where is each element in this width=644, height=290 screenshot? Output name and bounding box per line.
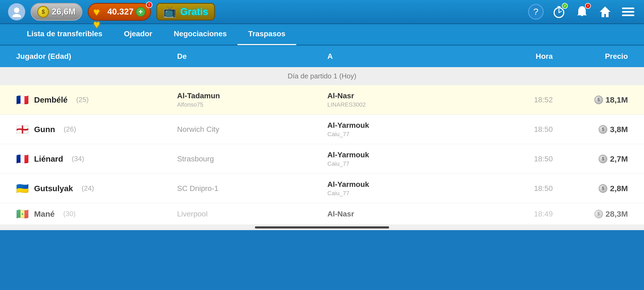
day-separator: Día de partido 1 (Hoy) xyxy=(0,67,644,85)
to-manager: Caiu_77 xyxy=(327,131,478,138)
col-header-from: De xyxy=(177,52,327,61)
column-headers: Jugador (Edad) De A Hora Precio xyxy=(0,46,644,67)
player-cell: 🇫🇷 Dembélé (25) xyxy=(16,94,177,106)
to-cell: Al-Nasr LINARES3002 xyxy=(327,92,478,108)
bell-button[interactable]: ! xyxy=(574,4,590,20)
svg-marker-6 xyxy=(600,6,610,17)
table-row: 🇸🇳 Mané (30) Liverpool Al-Nasr 18:49 $ 2… xyxy=(0,203,644,225)
col-header-time: Hora xyxy=(478,52,553,61)
hearts-badge: ♥ 40.327 + ! xyxy=(88,3,151,21)
heart-icon: ♥ xyxy=(93,6,105,18)
player-name[interactable]: Dembélé xyxy=(34,95,68,104)
player-age: (34) xyxy=(72,155,84,163)
player-name[interactable]: Liénard xyxy=(34,154,63,164)
to-team[interactable]: Al-Nasr xyxy=(327,92,478,100)
top-bar: $ 26,6M ♥ 40.327 + ! 📺 Gratis ? ✓ xyxy=(0,0,644,24)
player-cell: 🇺🇦 Gutsulyak (24) xyxy=(16,183,177,194)
tv-badge[interactable]: 📺 Gratis xyxy=(156,3,215,20)
top-right-icons: ? ✓ ! xyxy=(528,4,636,20)
from-manager: Alfonso75 xyxy=(177,101,327,108)
to-team[interactable]: Al-Nasr xyxy=(327,210,478,218)
player-age: (26) xyxy=(64,125,76,133)
coins-badge: $ 26,6M xyxy=(31,3,82,21)
home-button[interactable] xyxy=(597,4,613,20)
time-cell: 18:50 xyxy=(478,155,553,163)
from-cell: Strasbourg xyxy=(177,155,327,163)
tab-ojeador[interactable]: Ojeador xyxy=(113,24,163,45)
price-value: 2,7M xyxy=(610,154,628,164)
coin-icon: $ xyxy=(37,6,49,18)
from-cell: SC Dnipro-1 xyxy=(177,184,327,193)
svg-point-0 xyxy=(14,8,19,13)
player-age: (25) xyxy=(76,96,89,104)
time-cell: 18:52 xyxy=(478,96,553,104)
from-cell: Norwich City xyxy=(177,125,327,134)
time-cell: 18:50 xyxy=(478,125,553,134)
price-value: 28,3M xyxy=(606,209,628,219)
menu-icon xyxy=(621,6,635,17)
col-header-to: A xyxy=(327,52,478,61)
price-coin-icon: $ xyxy=(599,155,607,163)
tv-icon: 📺 xyxy=(163,5,177,18)
col-header-player: Jugador (Edad) xyxy=(16,52,177,61)
player-flag: 🇫🇷 xyxy=(16,94,29,106)
from-team[interactable]: Strasbourg xyxy=(177,155,327,163)
price-coin-icon: $ xyxy=(594,96,603,104)
table-area: Jugador (Edad) De A Hora Precio Día de p… xyxy=(0,46,644,225)
gratis-label: Gratis xyxy=(180,6,208,17)
to-team[interactable]: Al-Yarmouk xyxy=(327,151,478,159)
bell-notification: ! xyxy=(585,3,591,9)
tab-negociaciones[interactable]: Negociaciones xyxy=(163,24,237,45)
player-name[interactable]: Gunn xyxy=(34,125,55,134)
tab-traspasos[interactable]: Traspasos xyxy=(237,24,296,45)
from-team[interactable]: Norwich City xyxy=(177,125,327,134)
player-flag: 🇺🇦 xyxy=(16,183,29,194)
scroll-bar-area xyxy=(0,225,644,230)
timer-button[interactable]: ✓ xyxy=(551,4,567,20)
col-header-price: Precio xyxy=(553,52,628,61)
player-cell: 🇫🇷 Liénard (34) xyxy=(16,153,177,165)
svg-rect-9 xyxy=(622,15,634,16)
from-team[interactable]: Al-Tadamun xyxy=(177,92,327,100)
help-button[interactable]: ? xyxy=(528,4,544,20)
price-cell: $ 18,1M xyxy=(553,95,628,104)
table-row: 🇫🇷 Dembélé (25) Al-Tadamun Alfonso75 Al-… xyxy=(0,85,644,115)
scroll-bar[interactable] xyxy=(255,226,389,229)
svg-point-1 xyxy=(12,14,21,17)
player-cell: 🇸🇳 Mané (30) xyxy=(16,208,177,220)
player-cell: 🏴󠁧󠁢󠁥󠁮󠁧󠁿 Gunn (26) xyxy=(16,124,177,135)
to-cell: Al-Nasr xyxy=(327,210,478,218)
svg-rect-8 xyxy=(622,11,634,13)
to-manager: LINARES3002 xyxy=(327,101,478,108)
hearts-notification: ! xyxy=(146,2,152,8)
price-value: 18,1M xyxy=(606,95,628,104)
from-team[interactable]: Liverpool xyxy=(177,210,327,218)
coins-value: 26,6M xyxy=(52,7,76,17)
from-cell: Liverpool xyxy=(177,210,327,218)
player-age: (24) xyxy=(82,184,94,193)
to-cell: Al-Yarmouk Caiu_77 xyxy=(327,151,478,167)
plus-button[interactable]: + xyxy=(136,7,145,17)
price-cell: $ 2,8M xyxy=(553,184,628,193)
from-cell: Al-Tadamun Alfonso75 xyxy=(177,92,327,108)
player-flag: 🏴󠁧󠁢󠁥󠁮󠁧󠁿 xyxy=(16,124,29,135)
time-cell: 18:49 xyxy=(478,210,553,218)
menu-button[interactable] xyxy=(620,4,636,20)
to-cell: Al-Yarmouk Caiu_77 xyxy=(327,180,478,197)
table-row: 🇺🇦 Gutsulyak (24) SC Dnipro-1 Al-Yarmouk… xyxy=(0,174,644,203)
player-name[interactable]: Gutsulyak xyxy=(34,184,73,193)
to-manager: Caiu_77 xyxy=(327,190,478,197)
player-age: (30) xyxy=(63,210,76,218)
svg-rect-7 xyxy=(622,8,634,9)
svg-rect-5 xyxy=(557,6,561,8)
price-coin-icon: $ xyxy=(599,125,607,134)
price-coin-icon: $ xyxy=(599,184,607,193)
table-row: 🇫🇷 Liénard (34) Strasbourg Al-Yarmouk Ca… xyxy=(0,144,644,174)
avatar-icon[interactable] xyxy=(8,3,25,20)
player-flag: 🇫🇷 xyxy=(16,153,29,165)
from-team[interactable]: SC Dnipro-1 xyxy=(177,184,327,193)
to-team[interactable]: Al-Yarmouk xyxy=(327,180,478,189)
player-name[interactable]: Mané xyxy=(34,209,55,219)
hearts-value: 40.327 xyxy=(107,7,134,17)
to-team[interactable]: Al-Yarmouk xyxy=(327,121,478,130)
